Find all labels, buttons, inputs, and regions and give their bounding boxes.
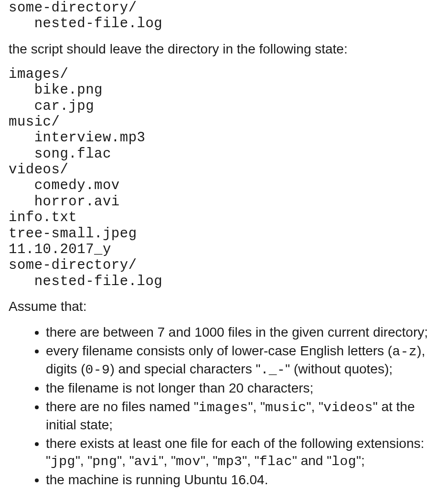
inline-code: avi bbox=[134, 454, 159, 469]
text-run: ", " bbox=[306, 399, 323, 414]
text-run: ", " bbox=[201, 453, 217, 468]
code-block-result: images/ bike.png car.jpg music/ intervie… bbox=[9, 66, 439, 289]
list-item: there are no files named "images", "musi… bbox=[46, 398, 439, 434]
list-item: there are between 7 and 1000 files in th… bbox=[46, 324, 439, 341]
list-item: the machine is running Ubuntu 16.04. bbox=[46, 471, 439, 489]
text-run: ", " bbox=[159, 453, 176, 468]
inline-code: ._- bbox=[260, 362, 285, 377]
text-run: ", " bbox=[75, 453, 92, 468]
text-run: ", " bbox=[248, 399, 265, 414]
text-run: "; bbox=[356, 453, 365, 468]
list-item: there exists at least one file for each … bbox=[46, 435, 439, 471]
inline-code: log bbox=[331, 454, 356, 469]
inline-code: videos bbox=[323, 400, 373, 415]
text-run: there are between 7 and 1000 files in th… bbox=[46, 325, 428, 340]
inline-code: mp3 bbox=[217, 454, 242, 469]
list-item: every filename consists only of lower-ca… bbox=[46, 342, 439, 379]
text-run: every filename consists only of lower-ca… bbox=[46, 343, 392, 358]
inline-code: 0-9 bbox=[85, 362, 110, 377]
inline-code: png bbox=[92, 454, 117, 469]
paragraph-assume: Assume that: bbox=[9, 298, 439, 315]
inline-code: music bbox=[265, 400, 307, 415]
text-run: " (without quotes); bbox=[285, 361, 393, 376]
text-run: ", " bbox=[242, 453, 259, 468]
text-run: ", " bbox=[117, 453, 134, 468]
assumptions-list: there are between 7 and 1000 files in th… bbox=[9, 324, 439, 489]
text-run: there are no files named " bbox=[46, 399, 199, 414]
text-run: the machine is running Ubuntu 16.04. bbox=[46, 472, 268, 487]
list-item: the filename is not longer than 20 chara… bbox=[46, 380, 439, 397]
text-run: ) and special characters " bbox=[110, 361, 260, 376]
text-run: the filename is not longer than 20 chara… bbox=[46, 381, 313, 395]
inline-code: flac bbox=[259, 454, 292, 469]
inline-code: images bbox=[199, 400, 248, 415]
code-block-initial: some-directory/ nested-file.log bbox=[9, 0, 439, 32]
text-run: " and " bbox=[292, 453, 331, 468]
inline-code: a-z bbox=[392, 344, 417, 359]
paragraph-intro: the script should leave the directory in… bbox=[9, 41, 439, 58]
inline-code: jpg bbox=[51, 454, 75, 469]
inline-code: mov bbox=[176, 454, 201, 469]
